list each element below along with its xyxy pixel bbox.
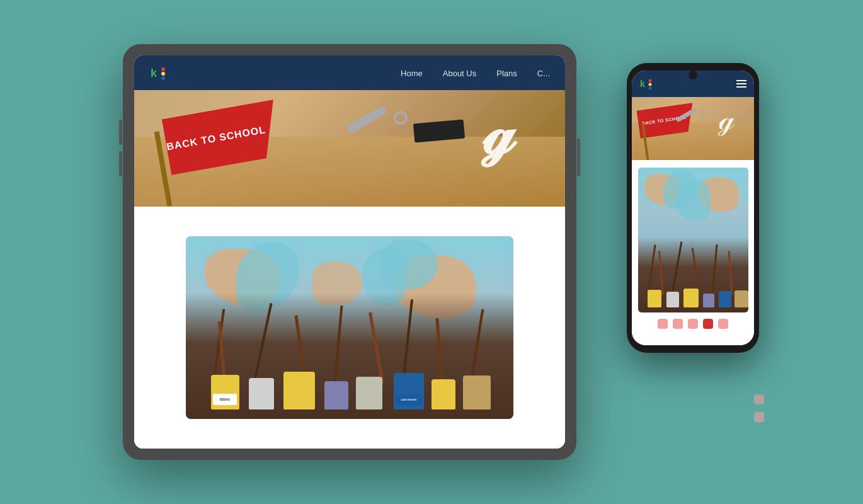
phone-brush-2 [658, 251, 663, 295]
brush-5 [334, 306, 343, 384]
phone-swirl-decoration: ℊ [719, 100, 735, 137]
brush-table: BISKO CAFE BUSTE [186, 293, 513, 419]
can-label-2: CAFE BUSTE [396, 394, 422, 405]
phone-hero-image: BACK TO SCHOOL ℊ [632, 97, 754, 160]
phone-can-6 [734, 290, 748, 307]
tablet-hero-image: BACK TO SCHOOL ℊ [134, 90, 565, 207]
brush-7 [402, 299, 413, 384]
dot-3[interactable] [688, 319, 698, 329]
nav-item-plans[interactable]: Plans [496, 67, 517, 79]
tablet-navbar: k Home About Us Plans [134, 55, 565, 90]
tablet-main-content: BISKO CAFE BUSTE [134, 207, 565, 449]
phone-screen: k BACK TO SCHOOL ℊ [632, 71, 754, 345]
phone-main-content [632, 160, 754, 345]
svg-point-2 [161, 72, 165, 76]
nav-item-about[interactable]: About Us [443, 67, 476, 79]
phone-brush-1 [647, 244, 656, 295]
tablet-screen: k Home About Us Plans [134, 55, 565, 449]
svg-text:k: k [640, 79, 645, 89]
dot-5[interactable] [718, 319, 728, 329]
phone-carousel-dots [658, 319, 728, 329]
brush-3 [253, 303, 273, 384]
svg-text:k: k [151, 67, 157, 79]
hamburger-line-3 [736, 86, 746, 88]
dot-4-active[interactable] [703, 319, 713, 329]
svg-point-1 [161, 67, 165, 71]
phone-brush-4 [691, 248, 699, 295]
phone-art-image [638, 168, 748, 312]
nav-item-contact[interactable]: C... [537, 67, 550, 79]
phone-brush-6 [728, 251, 733, 295]
hamburger-menu[interactable] [736, 80, 746, 88]
art-supplies-image: BISKO CAFE BUSTE [186, 236, 513, 419]
nav-item-home[interactable]: Home [401, 67, 423, 79]
phone-splash-4 [676, 180, 711, 221]
paint-can-2 [249, 378, 274, 410]
key-decoration [345, 105, 388, 134]
phone-can-2 [666, 292, 679, 307]
key-ring [391, 108, 410, 127]
hamburger-line-2 [736, 83, 746, 84]
hamburger-line-1 [736, 80, 746, 81]
brush-6 [369, 312, 384, 384]
brush-8 [435, 318, 443, 384]
paint-can-7 [432, 379, 455, 410]
phone-brush-3 [671, 241, 682, 294]
can-label-1: BISKO [213, 394, 237, 405]
deco-dot-1 [754, 394, 764, 404]
phone-can-5 [719, 291, 731, 307]
decorative-dots [754, 394, 764, 422]
phone-brush-table [638, 237, 748, 312]
svg-point-3 [161, 76, 165, 80]
paint-can-8 [463, 375, 491, 410]
pennant-text: BACK TO SCHOOL [166, 123, 266, 153]
phone-can-4 [703, 294, 714, 307]
dot-2[interactable] [673, 319, 683, 329]
phone-brush-5 [711, 244, 717, 295]
swirl-decoration: ℊ [483, 96, 515, 169]
logo-icon: k [149, 64, 167, 82]
art-scene: BISKO CAFE BUSTE [186, 236, 513, 419]
brush-9 [470, 309, 484, 384]
svg-point-5 [649, 79, 652, 83]
tablet-device: k Home About Us Plans [123, 44, 576, 460]
phone-art-scene [638, 168, 748, 312]
dot-1[interactable] [658, 319, 668, 329]
paint-can-3 [283, 372, 315, 410]
phone-notch [689, 71, 697, 79]
mobile-phone-device: k BACK TO SCHOOL ℊ [627, 63, 759, 353]
tablet-nav-links: Home About Us Plans C... [401, 67, 550, 79]
deco-dot-2 [754, 412, 764, 422]
svg-point-7 [649, 87, 652, 90]
tablet-logo: k [149, 64, 167, 82]
svg-point-6 [649, 83, 652, 86]
tablet-volume-btn-2 [119, 151, 122, 176]
phone-key-ring [698, 108, 708, 118]
tablet-power-btn [577, 139, 580, 176]
hero-craft-scene: BACK TO SCHOOL ℊ [134, 90, 565, 207]
phone-logo-icon: k [639, 77, 653, 91]
phone-can-1 [648, 290, 661, 307]
tablet-volume-btn [119, 120, 122, 145]
main-scene: k Home About Us Plans [85, 25, 778, 479]
phone-can-3 [683, 289, 699, 307]
paint-can-4 [324, 381, 348, 410]
paint-can-5 [356, 377, 382, 410]
